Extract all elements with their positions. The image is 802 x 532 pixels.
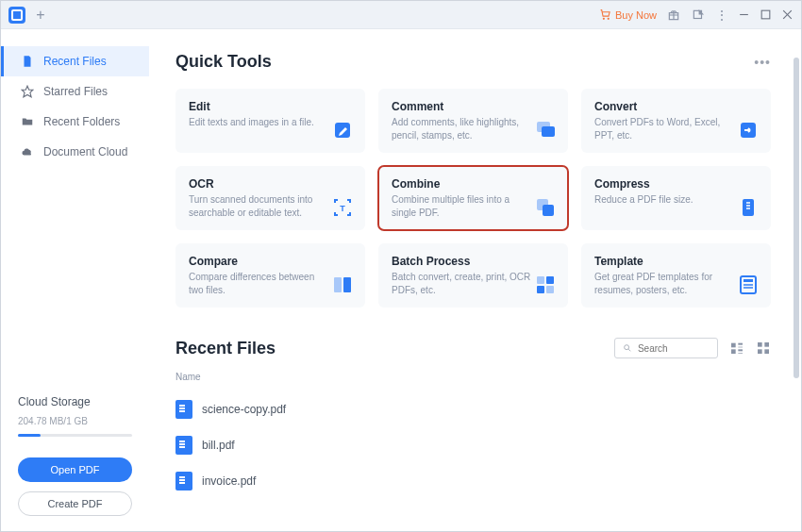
sidebar-item-recent-files[interactable]: Recent Files xyxy=(1,46,149,76)
sidebar-item-label: Starred Files xyxy=(43,85,108,98)
file-name: bill.pdf xyxy=(202,439,235,452)
sidebar-item-label: Recent Files xyxy=(43,55,107,68)
tool-desc: Turn scanned documents into searchable o… xyxy=(189,193,330,219)
svg-rect-32 xyxy=(731,349,736,354)
sidebar-item-recent-folders[interactable]: Recent Folders xyxy=(1,107,149,137)
sidebar-item-starred-files[interactable]: Starred Files xyxy=(1,76,149,107)
tool-card-comment[interactable]: Comment Add comments, like highlights, p… xyxy=(378,89,568,153)
open-pdf-button[interactable]: Open PDF xyxy=(18,457,132,482)
svg-rect-30 xyxy=(738,343,743,345)
svg-rect-17 xyxy=(334,277,342,292)
tool-desc: Get great PDF templates for resumes, pos… xyxy=(594,271,736,296)
tool-desc: Compare differences between two files. xyxy=(189,271,330,296)
tool-card-batch-process[interactable]: Batch Process Batch convert, create, pri… xyxy=(378,243,568,308)
close-button[interactable] xyxy=(781,8,794,21)
tool-desc: Edit texts and images in a file. xyxy=(189,116,330,129)
svg-rect-31 xyxy=(738,347,743,348)
menu-icon[interactable]: ⋮ xyxy=(715,8,728,23)
tool-card-template[interactable]: Template Get great PDF templates for res… xyxy=(581,243,771,308)
tool-card-compare[interactable]: Compare Compare differences between two … xyxy=(175,243,365,308)
tool-title: Comment xyxy=(392,100,555,113)
share-icon[interactable] xyxy=(691,8,706,23)
sidebar-item-document-cloud[interactable]: Document Cloud xyxy=(1,137,149,167)
buy-now-link[interactable]: Buy Now xyxy=(599,8,657,21)
tool-title: Batch Process xyxy=(392,255,555,268)
gift-icon[interactable] xyxy=(666,8,681,23)
cloud-storage-panel: Cloud Storage 204.78 MB/1 GB Open PDF Cr… xyxy=(1,395,149,531)
svg-rect-18 xyxy=(343,277,351,292)
search-input[interactable] xyxy=(638,343,710,354)
cloud-storage-title: Cloud Storage xyxy=(18,395,132,408)
batch-icon xyxy=(534,274,557,296)
cloud-storage-usage: 204.78 MB/1 GB xyxy=(18,416,132,426)
app-logo-icon xyxy=(8,7,25,24)
svg-rect-33 xyxy=(738,349,743,351)
file-row[interactable]: science-copy.pdf xyxy=(175,391,771,427)
svg-rect-34 xyxy=(738,353,743,354)
new-tab-button[interactable]: + xyxy=(33,8,48,23)
svg-rect-22 xyxy=(546,286,554,293)
file-row[interactable]: invoice.pdf xyxy=(175,463,771,499)
edit-icon xyxy=(331,119,354,141)
maximize-button[interactable] xyxy=(760,8,772,21)
svg-rect-16 xyxy=(743,199,754,216)
comment-icon xyxy=(534,119,557,141)
tool-card-ocr[interactable]: OCR Turn scanned documents into searchab… xyxy=(175,166,365,230)
svg-rect-36 xyxy=(764,342,769,347)
file-icon xyxy=(21,55,34,68)
minimize-button[interactable] xyxy=(738,8,750,21)
quick-tools-title: Quick Tools xyxy=(175,52,272,72)
cloud-storage-bar xyxy=(18,434,132,437)
file-row[interactable]: bill.pdf xyxy=(175,427,771,463)
app-window: + Buy Now ⋮ Recent Files Starred Files R… xyxy=(0,0,802,532)
buy-now-label: Buy Now xyxy=(615,9,657,21)
tool-title: OCR xyxy=(189,177,352,191)
combine-icon xyxy=(534,196,557,219)
create-pdf-button[interactable]: Create PDF xyxy=(18,491,132,516)
tool-title: Template xyxy=(594,255,758,268)
tool-desc: Add comments, like highlights, pencil, s… xyxy=(392,116,533,141)
tool-desc: Batch convert, create, print, OCR PDFs, … xyxy=(392,271,533,296)
file-name: invoice.pdf xyxy=(202,474,256,488)
pdf-file-icon xyxy=(175,400,192,419)
cloud-icon xyxy=(21,145,34,158)
scrollbar[interactable] xyxy=(794,58,799,378)
ocr-icon: T xyxy=(331,196,354,219)
tool-title: Edit xyxy=(189,100,352,113)
tool-desc: Combine multiple files into a single PDF… xyxy=(392,193,533,219)
recent-files-title: Recent Files xyxy=(175,339,276,358)
tool-card-edit[interactable]: Edit Edit texts and images in a file. xyxy=(175,89,365,153)
svg-rect-21 xyxy=(537,286,544,293)
svg-rect-11 xyxy=(542,126,555,137)
cart-icon xyxy=(599,8,611,21)
tool-title: Compress xyxy=(594,177,758,191)
tool-card-combine[interactable]: Combine Combine multiple files into a si… xyxy=(378,166,568,230)
convert-icon xyxy=(737,119,760,141)
list-view-icon[interactable] xyxy=(729,341,744,356)
grid-view-icon[interactable] xyxy=(756,341,771,356)
sidebar-item-label: Document Cloud xyxy=(43,145,127,158)
pdf-file-icon xyxy=(175,472,192,490)
tool-title: Combine xyxy=(392,177,555,191)
tool-desc: Convert PDFs to Word, Excel, PPT, etc. xyxy=(594,116,736,141)
svg-text:T: T xyxy=(340,204,345,213)
svg-line-28 xyxy=(628,349,630,351)
svg-rect-37 xyxy=(758,349,762,354)
search-box[interactable] xyxy=(614,338,718,358)
sidebar-item-label: Recent Folders xyxy=(43,115,120,128)
quick-tools-more-icon[interactable]: ••• xyxy=(754,55,771,70)
compare-icon xyxy=(331,274,354,296)
tool-title: Convert xyxy=(594,100,758,113)
tool-desc: Reduce a PDF file size. xyxy=(594,193,736,207)
search-icon xyxy=(623,342,632,354)
tool-card-compress[interactable]: Compress Reduce a PDF file size. xyxy=(581,166,771,230)
tool-title: Compare xyxy=(189,255,352,268)
svg-rect-15 xyxy=(543,205,554,216)
svg-point-1 xyxy=(608,18,609,19)
main-content: Quick Tools ••• Edit Edit texts and imag… xyxy=(149,29,801,531)
tool-card-convert[interactable]: Convert Convert PDFs to Word, Excel, PPT… xyxy=(581,89,771,153)
svg-rect-29 xyxy=(731,343,736,348)
compress-icon xyxy=(737,196,760,219)
folder-icon xyxy=(21,115,34,128)
star-icon xyxy=(21,85,34,98)
